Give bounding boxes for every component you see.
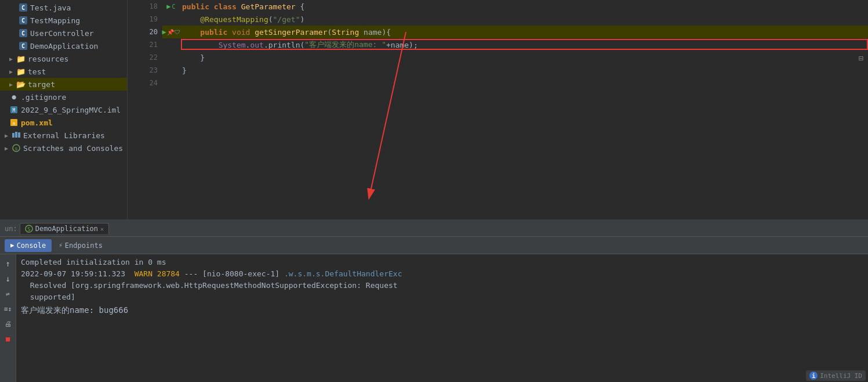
sidebar-item-target[interactable]: ▶ 📂 target [0,78,127,91]
line-num-24: 24 [128,77,162,89]
sidebar-item-test[interactable]: ▶ 📁 test [0,65,127,78]
code-line-18: public class GetParameter { [180,0,868,13]
svg-text:s: s [14,146,17,152]
java-class-icon: C [19,28,28,38]
sidebar-item-scratches[interactable]: ▶ s Scratches and Consoles [0,142,127,154]
folder-open-icon: 📂 [16,80,26,89]
sidebar-item-iml[interactable]: M 2022_9_6_SpringMVC.iml [0,103,127,116]
sidebar-item-usercontroller[interactable]: C UserController [0,27,127,39]
folder-icon: 📁 [16,54,26,63]
line-num-21: 21 [128,38,162,51]
console-icon: ▶ [10,242,14,249]
sidebar-label: 2022_9_6_SpringMVC.iml [21,106,121,114]
run-icon[interactable]: ▶ [166,2,170,10]
bottom-area: un: S DemoApplication ✕ ▶ Console ⚡ Endp… [0,219,868,382]
pom-icon: m [9,118,19,127]
sidebar-label: Test.java [30,3,71,12]
console-text: Resolved [org.springframework.web.HttpRe… [21,280,398,291]
sidebar-label: External Libraries [23,131,105,140]
run-icon[interactable]: ▶ [162,28,166,36]
expand-arrow: ▶ [5,145,10,151]
svg-text:M: M [13,108,16,113]
console-line-5: 客户端发来的name: bug666 [21,304,863,316]
console-body: ↑ ↓ ⇌ ≡↕ 🖨 ■ Completed initialization in… [0,254,868,382]
sidebar-label: test [28,67,46,76]
gitignore-icon: ● [9,92,19,102]
java-class-icon: C [19,41,28,51]
class-indicator: C [172,3,176,10]
java-class-icon: C [19,16,28,25]
gutter: ▶ C ▶ 📌 🛡 [162,0,180,219]
gutter-20: ▶ 📌 🛡 [162,26,180,38]
code-line-21: System.out.println("客户端发来的name: "+name); [180,38,868,51]
endpoints-icon: ⚡ [59,242,63,249]
console-separator: --- [nio-8080-exec-1] [180,268,284,280]
warn-label: WARN [130,268,157,280]
console-line-3: Resolved [org.springframework.web.HttpRe… [21,280,863,291]
sidebar-item-pomxml[interactable]: m pom.xml [0,116,127,129]
scroll-up-button[interactable]: ↑ [2,258,14,269]
sidebar-label: resources [28,55,68,63]
console-toolbar: ▶ Console ⚡ Endpoints [0,237,868,254]
close-tab-button[interactable]: ✕ [100,226,104,232]
gutter-18: ▶ C [162,0,180,13]
sidebar-item-external-libraries[interactable]: ▶ External Libraries [0,129,127,142]
iml-icon: M [9,105,19,114]
run-bar: un: S DemoApplication ✕ [0,221,868,237]
sidebar-item-testjava[interactable]: C Test.java [0,1,127,14]
line-num-22: 22 [128,51,162,64]
handler-class: .w.s.m.s.DefaultHandlerExc [284,268,402,280]
console-tab-label: Console [17,242,46,250]
intellij-badge: i IntelliJ ID [806,370,866,381]
top-area: C Test.java C TestMapping C UserControll… [0,0,868,219]
run-label: un: [5,225,17,233]
sidebar-label: Scratches and Consoles [23,144,123,153]
intellij-icon: i [809,372,818,380]
sidebar-item-gitignore[interactable]: ● .gitignore [0,91,127,103]
gutter-23 [162,64,180,77]
sidebar-label: TestMapping [30,16,80,25]
pin-icon: 📌 [167,29,174,35]
demo-application-tab[interactable]: S DemoApplication ✕ [20,223,109,234]
line-num-19: 19 [128,13,162,26]
console-line-2: 2022-09-07 19:59:11.323 WARN 28784 --- [… [21,268,863,280]
scroll-indicator: ⊟ [859,53,863,63]
console-tab-console[interactable]: ▶ Console [5,239,52,252]
soft-wrap-button[interactable]: ⇌ [2,288,14,300]
sidebar-label: target [28,80,55,89]
scroll-down-button[interactable]: ↓ [2,273,14,284]
code-line-20: public void getSingerParamer(String name… [180,26,868,38]
clear-button[interactable]: ■ [2,333,14,345]
console-side-buttons: ↑ ↓ ⇌ ≡↕ 🖨 ■ [0,254,16,382]
sidebar-label: .gitignore [21,93,66,102]
sidebar-item-resources[interactable]: ▶ 📁 resources [0,52,127,65]
sidebar-label: DemoApplication [30,42,98,51]
sidebar-label: UserController [30,29,94,38]
svg-text:S: S [27,226,30,232]
intellij-label: IntelliJ ID [820,372,862,380]
console-tab-label: Endpoints [65,242,103,250]
sidebar-item-testmapping[interactable]: C TestMapping [0,14,127,27]
console-timestamp: 2022-09-07 19:59:11.323 [21,268,130,280]
sidebar-label: pom.xml [21,118,53,127]
svg-rect-5 [15,132,17,138]
scratch-icon: s [12,143,21,153]
print-button[interactable]: 🖨 [2,318,14,330]
sidebar: C Test.java C TestMapping C UserControll… [0,0,128,219]
line-num-20: 20 [128,26,162,38]
code-line-23: } [180,64,868,77]
console-text: Completed initialization in 0 ms [21,257,166,268]
svg-rect-6 [18,132,20,138]
code-lines: public class GetParameter { @RequestMapp… [180,0,868,219]
editor-area: 18 19 20 21 22 23 24 ▶ C ▶ 📌 🛡 [128,0,868,219]
java-class-icon: C [19,3,28,12]
line-numbers: 18 19 20 21 22 23 24 [128,0,162,219]
console-line-4: supported] [21,291,863,303]
expand-arrow: ▶ [9,56,15,62]
console-tab-endpoints[interactable]: ⚡ Endpoints [53,239,108,252]
filter-button[interactable]: ≡↕ [2,303,14,315]
sidebar-item-demoapplication[interactable]: C DemoApplication [0,39,127,52]
svg-rect-4 [12,133,14,138]
code-line-24 [180,77,868,89]
gutter-22 [162,51,180,64]
